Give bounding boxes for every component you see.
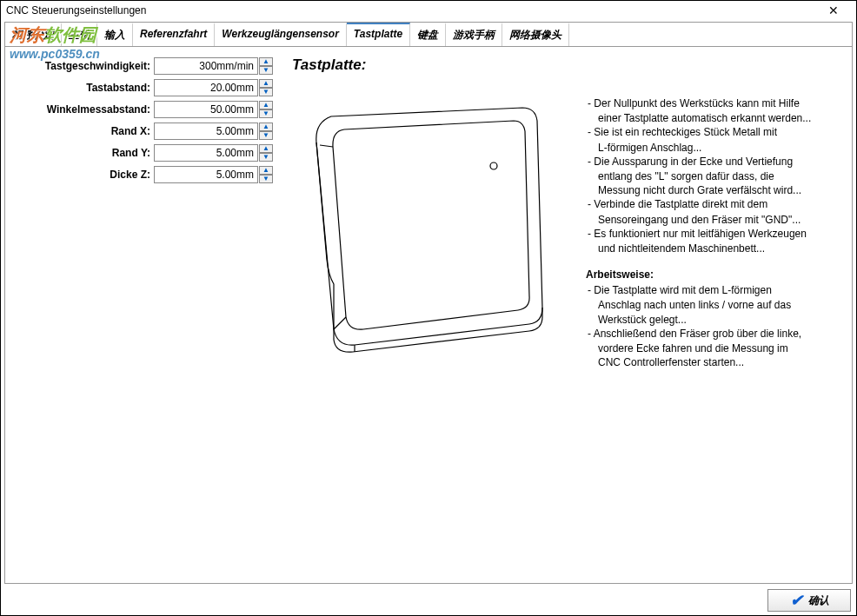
spinner-rand-x[interactable]: ▲▼ bbox=[259, 123, 273, 140]
svg-point-0 bbox=[490, 162, 497, 169]
info-text: - Der Nullpunkt des Werkstücks kann mit … bbox=[579, 96, 843, 369]
content-panel: Tastgeschwindigkeit: ▲▼ Tastabstand: ▲▼ … bbox=[4, 43, 853, 584]
info-bullet-1: - Der Nullpunkt des Werkstücks kann mit … bbox=[579, 96, 843, 110]
close-icon[interactable]: ✕ bbox=[816, 3, 851, 17]
info-bullet-4: - Verbinde die Tastplatte direkt mit dem bbox=[579, 197, 843, 211]
check-icon: ✔ bbox=[790, 591, 803, 610]
input-rand-y[interactable] bbox=[154, 144, 258, 162]
arrow-down-icon[interactable]: ▼ bbox=[259, 66, 273, 75]
input-winkelmessabstand[interactable] bbox=[154, 101, 258, 118]
label-rand-y: Rand Y: bbox=[12, 147, 154, 159]
titlebar: CNC Steuerungseinstellungen ✕ bbox=[1, 1, 856, 20]
work-title: Arbeitsweise: bbox=[579, 268, 843, 282]
arrow-down-icon[interactable]: ▼ bbox=[259, 109, 273, 118]
arrow-up-icon[interactable]: ▲ bbox=[259, 79, 273, 88]
arrow-down-icon[interactable]: ▼ bbox=[259, 131, 273, 140]
spinner-tastgeschwindigkeit[interactable]: ▲▼ bbox=[259, 57, 273, 75]
input-tastgeschwindigkeit[interactable] bbox=[154, 57, 258, 75]
work-bullet-1: - Die Tastplatte wird mit dem L-förmigen bbox=[579, 283, 843, 297]
label-rand-x: Rand X: bbox=[12, 125, 154, 137]
arrow-down-icon[interactable]: ▼ bbox=[259, 153, 273, 162]
input-dicke-z[interactable] bbox=[154, 166, 258, 183]
arrow-up-icon[interactable]: ▲ bbox=[259, 123, 273, 131]
arrow-up-icon[interactable]: ▲ bbox=[259, 101, 273, 109]
info-bullet-2: - Sie ist ein rechteckiges Stück Metall … bbox=[579, 125, 843, 139]
footer: ✔ 确认 bbox=[767, 589, 851, 612]
spinner-rand-y[interactable]: ▲▼ bbox=[259, 144, 273, 162]
ok-label: 确认 bbox=[808, 593, 829, 608]
window-title: CNC Steuerungseinstellungen bbox=[6, 4, 816, 17]
arrow-up-icon[interactable]: ▲ bbox=[259, 57, 273, 66]
arrow-up-icon[interactable]: ▲ bbox=[259, 144, 273, 153]
input-tastabstand[interactable] bbox=[154, 79, 258, 96]
tastplatte-illustration bbox=[301, 95, 544, 358]
label-tastgeschwindigkeit: Tastgeschwindigkeit: bbox=[12, 60, 154, 72]
settings-form: Tastgeschwindigkeit: ▲▼ Tastabstand: ▲▼ … bbox=[12, 56, 273, 187]
label-tastabstand: Tastabstand: bbox=[12, 82, 154, 94]
arrow-up-icon[interactable]: ▲ bbox=[259, 166, 273, 175]
spinner-tastabstand[interactable]: ▲▼ bbox=[259, 79, 273, 96]
spinner-winkelmessabstand[interactable]: ▲▼ bbox=[259, 101, 273, 118]
label-dicke-z: Dicke Z: bbox=[12, 169, 154, 181]
input-rand-x[interactable] bbox=[154, 123, 258, 140]
info-bullet-3: - Die Aussparung in der Ecke und Vertief… bbox=[579, 155, 843, 169]
ok-button[interactable]: ✔ 确认 bbox=[767, 589, 851, 612]
arrow-down-icon[interactable]: ▼ bbox=[259, 175, 273, 183]
arrow-down-icon[interactable]: ▼ bbox=[259, 88, 273, 96]
work-bullet-2: - Anschließend den Fräser grob über die … bbox=[579, 327, 843, 341]
info-bullet-5: - Es funktioniert nur mit leitfähigen We… bbox=[579, 227, 843, 241]
spinner-dicke-z[interactable]: ▲▼ bbox=[259, 166, 273, 183]
page-title: Tastplatte: bbox=[292, 56, 366, 74]
label-winkelmessabstand: Winkelmessabstand: bbox=[12, 103, 154, 116]
